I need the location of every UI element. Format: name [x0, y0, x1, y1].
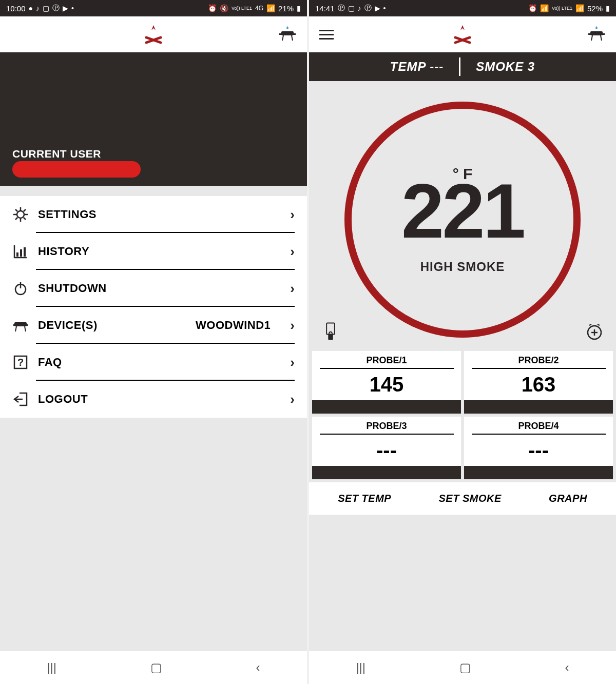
probe-label: PROBE/4	[464, 417, 613, 434]
android-nav-bar: ||| ▢ ‹	[0, 651, 307, 684]
lte-icon: Vo)) LTE1	[552, 6, 572, 11]
svg-rect-11	[13, 324, 28, 326]
smoke-mode: HIGH SMOKE	[420, 260, 505, 274]
nav-back-icon[interactable]: ‹	[256, 660, 260, 675]
nav-recent-icon[interactable]: |||	[356, 660, 365, 675]
probe-1[interactable]: PROBE/1 145	[312, 351, 461, 414]
hamburger-icon	[319, 30, 334, 40]
chevron-right-icon: ›	[290, 392, 295, 407]
status-time: 14:41	[315, 4, 335, 13]
current-user-label: CURRENT USER	[12, 148, 295, 160]
battery-icon: ▮	[297, 4, 301, 12]
nav-recent-icon[interactable]: |||	[47, 660, 56, 675]
mute-icon: 🔇	[220, 4, 228, 12]
user-panel: CURRENT USER	[0, 52, 307, 186]
nav-home-icon[interactable]: ▢	[150, 660, 162, 675]
probe-label: PROBE/2	[464, 351, 613, 368]
lock-button[interactable]	[321, 322, 340, 343]
temp-setting[interactable]: TEMP ---	[390, 60, 444, 74]
wifi-icon: 📶	[540, 4, 549, 12]
lte-icon: Vo)) LTE1	[232, 6, 252, 11]
menu-label: DEVICE(S)	[38, 319, 186, 332]
brand-logo-icon	[451, 23, 474, 46]
signal-icon: 📶	[266, 4, 275, 12]
chevron-right-icon: ›	[290, 207, 295, 223]
graph-button[interactable]: GRAPH	[549, 493, 587, 504]
youtube-icon: ▶	[63, 4, 68, 12]
temperature-gauge[interactable]: ° F 221 HIGH SMOKE	[344, 102, 581, 338]
probe-value: ---	[528, 435, 549, 466]
nav-home-icon[interactable]: ▢	[459, 660, 471, 675]
status-bar: 14:41 Ⓟ ▢ ♪ Ⓟ ▶ • ⏰ 📶 Vo)) LTE1 📶 52% ▮	[309, 0, 616, 16]
svg-rect-7	[24, 247, 26, 257]
android-nav-bar: ||| ▢ ‹	[309, 651, 616, 684]
menu-label: HISTORY	[38, 245, 281, 258]
ring-icon: ▢	[348, 4, 355, 12]
probe-4[interactable]: PROBE/4 ---	[464, 417, 613, 479]
menu-item-shutdown[interactable]: SHUTDOWN ›	[0, 270, 307, 307]
pinterest-icon: Ⓟ	[52, 4, 60, 13]
set-temp-button[interactable]: SET TEMP	[338, 493, 391, 504]
probe-value: 163	[522, 369, 556, 400]
more-icon: •	[71, 4, 74, 12]
svg-rect-17	[588, 33, 605, 35]
device-name: WOODWIND1	[196, 319, 271, 332]
chevron-right-icon: ›	[290, 281, 295, 297]
svg-rect-6	[20, 249, 22, 257]
phone-right: 14:41 Ⓟ ▢ ♪ Ⓟ ▶ • ⏰ 📶 Vo)) LTE1 📶 52% ▮ …	[309, 0, 616, 684]
menu-list: SETTINGS › HISTORY › SHUTDOWN › DEVICE(S…	[0, 196, 307, 418]
menu-item-devices[interactable]: DEVICE(S) WOODWIND1 ›	[0, 307, 307, 344]
menu-item-history[interactable]: HISTORY ›	[0, 233, 307, 270]
svg-rect-21	[328, 334, 333, 340]
probe-value: 145	[370, 369, 404, 400]
alarm-icon: ⏰	[528, 4, 537, 12]
svg-point-4	[17, 211, 24, 218]
svg-line-18	[591, 35, 592, 41]
svg-line-3	[292, 35, 293, 41]
add-timer-button[interactable]	[585, 322, 604, 343]
menu-item-settings[interactable]: SETTINGS ›	[0, 196, 307, 233]
phone-left: 10:00 ● ♪ ▢ Ⓟ ▶ • ⏰ 🔇 Vo)) LTE1 4G 📶 21%…	[0, 0, 307, 684]
probe-label: PROBE/1	[312, 351, 461, 368]
gauge-area: ° F 221 HIGH SMOKE	[309, 81, 616, 348]
user-name-redacted	[12, 161, 141, 178]
probe-bar	[464, 400, 613, 414]
probe-bar	[312, 466, 461, 479]
smoke-setting[interactable]: SMOKE 3	[476, 60, 535, 74]
chevron-right-icon: ›	[290, 318, 295, 334]
svg-line-19	[601, 35, 602, 41]
pinterest-icon: Ⓟ	[364, 4, 372, 13]
grill-icon	[12, 317, 29, 334]
menu-label: SETTINGS	[38, 208, 281, 221]
temp-smoke-bar: TEMP --- SMOKE 3	[309, 52, 616, 81]
probe-bar	[312, 400, 461, 414]
messenger-icon: ●	[29, 4, 33, 12]
probe-value: ---	[376, 435, 397, 466]
set-smoke-button[interactable]: SET SMOKE	[438, 493, 501, 504]
probe-2[interactable]: PROBE/2 163	[464, 351, 613, 414]
svg-rect-5	[16, 252, 18, 257]
menu-label: FAQ	[38, 356, 281, 369]
probe-3[interactable]: PROBE/3 ---	[312, 417, 461, 479]
bottom-actions: SET TEMP SET SMOKE GRAPH	[309, 482, 616, 515]
network-type: 4G	[255, 5, 263, 12]
nav-back-icon[interactable]: ‹	[565, 660, 569, 675]
tiktok-icon: ♪	[36, 4, 40, 12]
battery-percent: 52%	[587, 4, 603, 13]
status-bar: 10:00 ● ♪ ▢ Ⓟ ▶ • ⏰ 🔇 Vo)) LTE1 4G 📶 21%…	[0, 0, 307, 16]
app-header	[0, 16, 307, 52]
svg-rect-20	[326, 323, 335, 335]
battery-icon: ▮	[606, 4, 610, 12]
ring-icon: ▢	[43, 4, 49, 12]
svg-text:?: ?	[17, 357, 24, 368]
header-grill-button[interactable]	[278, 24, 297, 45]
menu-button[interactable]	[319, 30, 334, 40]
svg-line-2	[282, 35, 283, 41]
menu-item-faq[interactable]: ? FAQ ›	[0, 344, 307, 381]
menu-item-logout[interactable]: LOGOUT ›	[0, 381, 307, 418]
signal-icon: 📶	[575, 4, 584, 12]
gear-icon	[12, 206, 29, 223]
svg-line-12	[15, 326, 16, 331]
power-icon	[12, 280, 29, 297]
header-grill-button[interactable]	[587, 24, 606, 45]
